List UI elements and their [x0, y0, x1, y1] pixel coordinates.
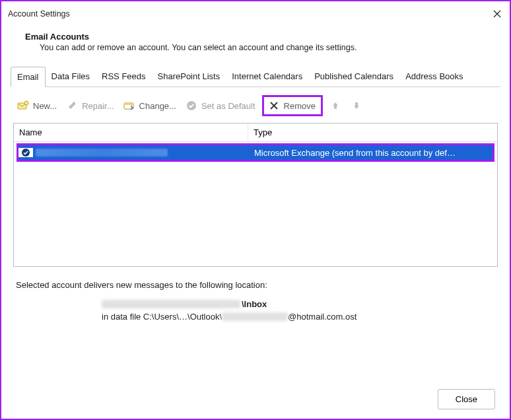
set-default-button[interactable]: Set as Default: [183, 98, 258, 113]
footer: Close: [438, 389, 495, 409]
repair-label: Repair...: [82, 101, 114, 111]
new-button[interactable]: New...: [15, 98, 59, 113]
table-header: Name Type: [14, 123, 497, 142]
datafile-suffix: @hotmail.com.ost: [288, 312, 357, 322]
move-down-button[interactable]: [348, 98, 365, 113]
highlighted-row-wrap: Microsoft Exchange (send from this accou…: [17, 143, 494, 162]
repair-button[interactable]: Repair...: [63, 98, 116, 113]
x-icon: [268, 100, 280, 112]
tabs-row: Email Data Files RSS Feeds SharePoint Li…: [11, 67, 500, 87]
wrench-icon: [66, 100, 78, 112]
redacted-filename: [222, 312, 288, 321]
svg-rect-3: [124, 103, 133, 105]
delivery-location-line: \Inbox: [102, 299, 495, 309]
window-title: Account Settings: [8, 9, 70, 18]
account-type-cell: Microsoft Exchange (send from this accou…: [253, 148, 493, 158]
tab-rss-feeds[interactable]: RSS Feeds: [96, 67, 151, 87]
table-row[interactable]: Microsoft Exchange (send from this accou…: [18, 145, 493, 160]
change-label: Change...: [139, 101, 176, 111]
default-check-icon: [18, 148, 33, 157]
delivery-block: Selected account delivers new messages t…: [11, 267, 500, 322]
close-button[interactable]: Close: [438, 389, 495, 409]
tab-published-calendars[interactable]: Published Calendars: [308, 67, 399, 87]
svg-point-1: [24, 101, 28, 105]
accounts-table: Name Type Microsoft Exchange (send from …: [13, 123, 498, 267]
titlebar: Account Settings: [1, 1, 510, 25]
redacted-folder-name: [102, 300, 240, 308]
set-default-label: Set as Default: [201, 101, 256, 111]
mail-new-icon: [17, 100, 29, 112]
remove-button[interactable]: Remove: [262, 95, 323, 116]
tab-address-books[interactable]: Address Books: [399, 67, 469, 87]
folder-change-icon: [123, 100, 135, 112]
tab-email[interactable]: Email: [11, 67, 46, 87]
change-button[interactable]: Change...: [121, 98, 179, 113]
redacted-account-name: [36, 149, 168, 157]
datafile-prefix: in data file C:\Users\…\Outlook\: [102, 312, 222, 322]
arrow-down-icon: [351, 100, 362, 112]
close-icon[interactable]: [491, 8, 503, 20]
toolbar: New... Repair... Change... Set as Defaul…: [11, 87, 500, 123]
col-name[interactable]: Name: [14, 123, 248, 141]
move-up-button[interactable]: [327, 98, 344, 113]
remove-label: Remove: [284, 101, 316, 111]
tab-data-files[interactable]: Data Files: [46, 67, 96, 87]
svg-point-5: [22, 149, 30, 157]
header-desc: You can add or remove an account. You ca…: [25, 43, 486, 52]
check-circle-icon: [186, 100, 197, 112]
inbox-suffix: \Inbox: [242, 299, 267, 309]
new-label: New...: [33, 101, 57, 111]
header-title: Email Accounts: [25, 32, 486, 42]
delivery-title: Selected account delivers new messages t…: [16, 280, 495, 290]
tab-sharepoint-lists[interactable]: SharePoint Lists: [152, 67, 226, 87]
arrow-up-icon: [329, 100, 341, 112]
header-block: Email Accounts You can add or remove an …: [1, 25, 510, 61]
tab-internet-calendars[interactable]: Internet Calendars: [226, 67, 308, 87]
delivery-datafile-line: in data file C:\Users\…\Outlook\ @hotmai…: [102, 312, 495, 322]
col-type[interactable]: Type: [248, 123, 497, 141]
account-name-cell: [33, 149, 253, 157]
